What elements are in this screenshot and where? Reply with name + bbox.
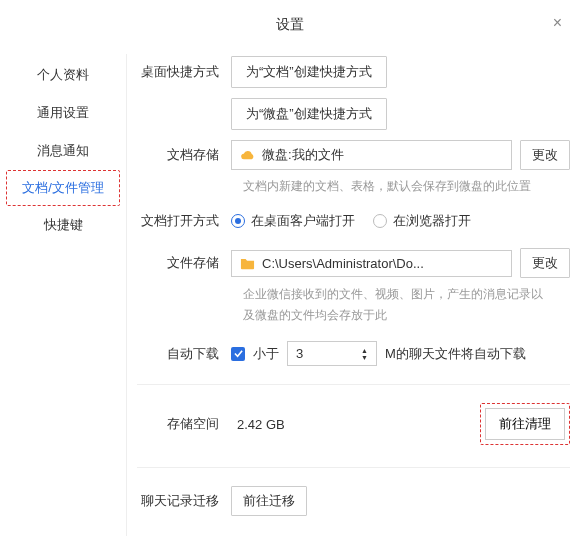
- doc-storage-path-box[interactable]: 微盘:我的文件: [231, 140, 512, 170]
- doc-storage-path: 微盘:我的文件: [262, 146, 503, 164]
- sidebar-item-notifications[interactable]: 消息通知: [0, 132, 126, 170]
- row-storage: 存储空间 2.42 GB 前往清理: [137, 403, 570, 445]
- spinner-buttons[interactable]: ▲ ▼: [361, 347, 368, 361]
- sidebar-item-label: 消息通知: [37, 143, 89, 158]
- size-tail-label: M的聊天文件将自动下载: [385, 345, 526, 363]
- chevron-up-icon[interactable]: ▲: [361, 347, 368, 354]
- file-storage-path-box[interactable]: C:\Users\Administrator\Do...: [231, 250, 512, 277]
- create-doc-shortcut-button[interactable]: 为“文档”创建快捷方式: [231, 56, 387, 88]
- radio-open-browser[interactable]: 在浏览器打开: [373, 212, 471, 230]
- sidebar: 个人资料 通用设置 消息通知 文档/文件管理 快捷键: [0, 54, 126, 536]
- sidebar-item-label: 快捷键: [44, 217, 83, 232]
- auto-download-checkbox[interactable]: [231, 347, 245, 361]
- size-input[interactable]: 3 ▲ ▼: [287, 341, 377, 366]
- migrate-button[interactable]: 前往迁移: [231, 486, 307, 516]
- dialog-title: 设置: [276, 16, 304, 32]
- label-desktop-shortcuts: 桌面快捷方式: [137, 63, 231, 81]
- less-than-label: 小于: [253, 345, 279, 363]
- label-history-migrate: 聊天记录迁移: [137, 492, 231, 510]
- size-value: 3: [296, 346, 303, 361]
- sidebar-item-label: 个人资料: [37, 67, 89, 82]
- row-auto-download: 自动下载 小于 3 ▲ ▼ M的聊天文件将自动下载: [137, 341, 570, 366]
- storage-value: 2.42 GB: [231, 417, 480, 432]
- sidebar-item-files[interactable]: 文档/文件管理: [6, 170, 120, 206]
- close-icon[interactable]: ×: [553, 14, 562, 32]
- sidebar-item-profile[interactable]: 个人资料: [0, 56, 126, 94]
- label-auto-download: 自动下载: [137, 345, 231, 363]
- sidebar-item-label: 文档/文件管理: [22, 180, 104, 195]
- radio-dot-icon: [373, 214, 387, 228]
- divider: [137, 384, 570, 385]
- label-file-storage: 文件存储: [137, 254, 231, 272]
- label-doc-open: 文档打开方式: [137, 212, 231, 230]
- cleanup-button[interactable]: 前往清理: [485, 408, 565, 440]
- content-pane: 桌面快捷方式 为“文档”创建快捷方式 为“微盘”创建快捷方式 文档存储 微盘:我…: [126, 54, 580, 536]
- doc-storage-hint: 文档内新建的文档、表格，默认会保存到微盘的此位置: [243, 176, 570, 196]
- row-doc-open: 文档打开方式 在桌面客户端打开 在浏览器打开: [137, 212, 570, 230]
- sidebar-item-shortcuts[interactable]: 快捷键: [0, 206, 126, 244]
- row-doc-storage: 文档存储 微盘:我的文件 更改: [137, 140, 570, 170]
- sidebar-item-label: 通用设置: [37, 105, 89, 120]
- row-desktop-shortcuts: 桌面快捷方式 为“文档”创建快捷方式: [137, 56, 570, 88]
- label-doc-storage: 文档存储: [137, 146, 231, 164]
- doc-storage-change-button[interactable]: 更改: [520, 140, 570, 170]
- chevron-down-icon[interactable]: ▼: [361, 354, 368, 361]
- row-drive-shortcut: 为“微盘”创建快捷方式: [137, 98, 570, 130]
- create-drive-shortcut-button[interactable]: 为“微盘”创建快捷方式: [231, 98, 387, 130]
- row-file-storage: 文件存储 C:\Users\Administrator\Do... 更改: [137, 248, 570, 278]
- folder-icon: [240, 257, 255, 270]
- radio-dot-icon: [231, 214, 245, 228]
- label-storage: 存储空间: [137, 415, 231, 433]
- divider: [137, 467, 570, 468]
- radio-open-client[interactable]: 在桌面客户端打开: [231, 212, 355, 230]
- file-storage-hint: 企业微信接收到的文件、视频、图片，产生的消息记录以及微盘的文件均会存放于此: [243, 284, 570, 325]
- row-history-migrate: 聊天记录迁移 前往迁移: [137, 486, 570, 516]
- file-storage-path: C:\Users\Administrator\Do...: [262, 256, 503, 271]
- radio-label: 在桌面客户端打开: [251, 212, 355, 230]
- sidebar-item-general[interactable]: 通用设置: [0, 94, 126, 132]
- cleanup-highlight: 前往清理: [480, 403, 570, 445]
- main-layout: 个人资料 通用设置 消息通知 文档/文件管理 快捷键 桌面快捷方式 为“文档”创…: [0, 54, 580, 536]
- file-storage-change-button[interactable]: 更改: [520, 248, 570, 278]
- dialog-header: 设置 ×: [0, 0, 580, 54]
- radio-label: 在浏览器打开: [393, 212, 471, 230]
- cloud-icon: [240, 148, 255, 163]
